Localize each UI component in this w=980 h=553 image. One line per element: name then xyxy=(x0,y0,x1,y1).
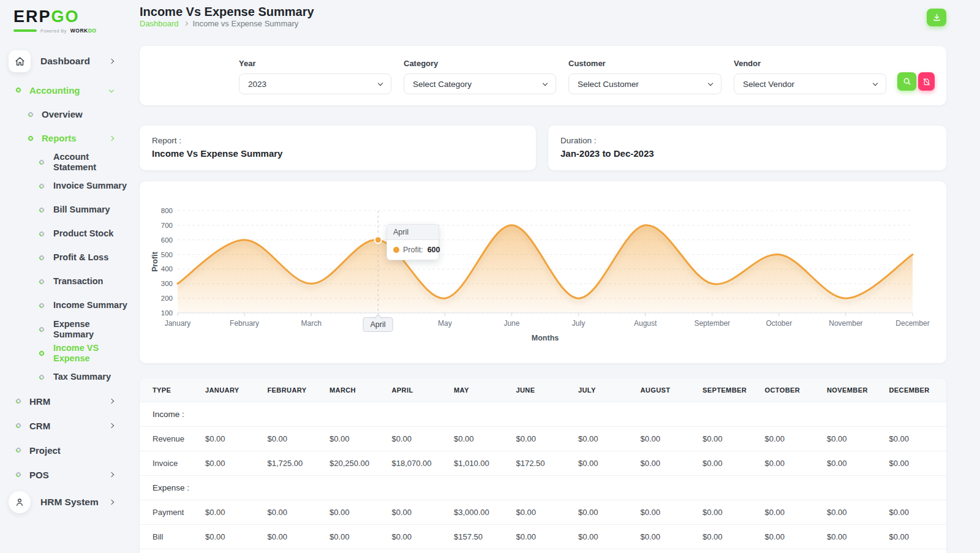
table-column-header: SEPTEMBER xyxy=(698,378,760,402)
overview-bullet-icon xyxy=(27,111,34,118)
chevron-down-icon xyxy=(378,81,383,86)
table-cell: $0.00 xyxy=(387,525,450,549)
customer-select[interactable]: Select Customer xyxy=(568,73,722,94)
table-cell: $0.00 xyxy=(573,500,636,525)
x-axis-month-label: February xyxy=(230,319,259,328)
table-cell: $0.00 xyxy=(884,500,947,525)
x-axis-pointer-label: April xyxy=(363,317,393,332)
sidebar-item-income-summary[interactable]: Income Summary xyxy=(0,293,132,317)
table-cell: $0.00 xyxy=(325,500,387,525)
table-column-header: AUGUST xyxy=(636,378,698,402)
table-section-spacer xyxy=(200,402,946,427)
download-report-button[interactable] xyxy=(927,9,946,26)
brand-go-text: GO xyxy=(51,7,80,26)
filter-panel: Year 2023 Category Select Category Custo… xyxy=(140,46,946,105)
table-cell: $20,250.00 xyxy=(325,451,387,476)
pos-bullet-icon xyxy=(15,471,21,478)
table-cell: $0.00 xyxy=(263,427,325,451)
table-column-header: JANUARY xyxy=(200,378,263,402)
table-cell: $0.00 xyxy=(698,427,760,451)
table-cell: $18,070.00 xyxy=(387,451,450,476)
breadcrumb-separator-icon xyxy=(184,21,188,26)
sidebar-item-product-stock[interactable]: Product Stock xyxy=(0,222,132,246)
year-filter-label: Year xyxy=(239,59,391,68)
user-icon xyxy=(9,491,31,513)
breadcrumb-current: Income vs Expense Summary xyxy=(193,19,299,28)
income-expense-table: TYPEJANUARYFEBRUARYMARCHAPRILMAYJUNEJULY… xyxy=(140,378,946,549)
table-cell: $0.00 xyxy=(822,525,884,549)
sidebar: ERPGO Powered By WORKDO Dashboard Accoun… xyxy=(0,0,132,553)
x-axis-month-label: January xyxy=(165,319,191,328)
y-axis-tick-label: 600 xyxy=(161,236,173,244)
table-cell: $0.00 xyxy=(884,427,947,451)
reset-filter-button[interactable] xyxy=(918,72,935,91)
sidebar-item-crm[interactable]: CRM xyxy=(0,413,132,438)
duration-label: Duration : xyxy=(560,136,934,145)
profit-chart-card: 100200300400500600700800JanuaryFebruaryM… xyxy=(140,181,946,363)
sidebar-item-dashboard[interactable]: Dashboard xyxy=(0,47,132,75)
sidebar-item-account-statement[interactable]: Account Statement xyxy=(0,150,132,174)
table-section-row: Expense : xyxy=(140,476,946,500)
powered-by-text: Powered By xyxy=(40,29,67,33)
table-row: Revenue$0.00$0.00$0.00$0.00$0.00$0.00$0.… xyxy=(140,427,946,451)
table-cell: $0.00 xyxy=(325,525,387,549)
brand-logo: ERPGO Powered By WORKDO xyxy=(0,7,132,34)
category-select[interactable]: Select Category xyxy=(404,73,556,94)
x-axis-month-label: October xyxy=(766,319,792,328)
sidebar-item-profit-loss[interactable]: Profit & Loss xyxy=(0,246,132,269)
sidebar-item-overview[interactable]: Overview xyxy=(0,102,132,126)
x-axis-month-label: June xyxy=(503,319,519,328)
x-axis-month-label: August xyxy=(634,319,657,328)
table-cell: $0.00 xyxy=(636,451,698,476)
sidebar-item-bill-summary[interactable]: Bill Summary xyxy=(0,198,132,222)
duration-value: Jan-2023 to Dec-2023 xyxy=(560,148,934,159)
table-section-row: Income : xyxy=(140,402,946,427)
vendor-select[interactable]: Select Vendor xyxy=(734,73,886,94)
chart-tooltip-series-label: Profit: xyxy=(403,246,423,254)
brand-underline-bar xyxy=(13,29,37,32)
sidebar-item-pos[interactable]: POS xyxy=(0,462,132,487)
table-cell: $0.00 xyxy=(822,451,884,476)
table-column-header: FEBRUARY xyxy=(263,378,325,402)
sidebar-item-project[interactable]: Project xyxy=(0,438,132,462)
table-cell: $0.00 xyxy=(698,525,760,549)
hrm-bullet-icon xyxy=(15,397,21,404)
table-row: Invoice$0.00$1,725.00$20,250.00$18,070.0… xyxy=(140,451,946,476)
powered-brand-text: WORKDO xyxy=(70,28,97,34)
crm-bullet-icon xyxy=(15,422,21,429)
profit-chart-svg: 100200300400500600700800JanuaryFebruaryM… xyxy=(140,181,946,349)
table-cell: $0.00 xyxy=(698,451,760,476)
table-header-row: TYPEJANUARYFEBRUARYMARCHAPRILMAYJUNEJULY… xyxy=(140,378,946,402)
sidebar-item-hrm-system[interactable]: HRM System xyxy=(0,488,132,516)
sidebar-item-reports[interactable]: Reports xyxy=(0,126,132,150)
table-cell: $0.00 xyxy=(884,525,947,549)
sidebar-item-tax-summary[interactable]: Tax Summary xyxy=(0,365,132,389)
x-axis-month-label: November xyxy=(829,319,862,328)
sidebar-item-expense-summary[interactable]: Expense Summary xyxy=(0,317,132,341)
chart-marker xyxy=(375,236,382,243)
table-cell: $0.00 xyxy=(760,427,823,451)
table-row: Bill$0.00$0.00$0.00$0.00$157.50$0.00$0.0… xyxy=(140,525,946,549)
bullet-icon xyxy=(38,254,45,261)
year-select[interactable]: 2023 xyxy=(239,73,391,94)
table-cell: $0.00 xyxy=(511,525,574,549)
x-axis-month-label: December xyxy=(895,319,929,328)
sidebar-item-hrm[interactable]: HRM xyxy=(0,389,132,413)
table-cell: $0.00 xyxy=(511,427,574,451)
table-column-header: JUNE xyxy=(511,378,574,402)
chart-tooltip-title: April xyxy=(387,225,439,240)
table-cell: $0.00 xyxy=(200,525,263,549)
bullet-icon xyxy=(38,182,45,189)
table-column-header: APRIL xyxy=(387,378,450,402)
sidebar-item-invoice-summary[interactable]: Invoice Summary xyxy=(0,174,132,198)
table-cell: $0.00 xyxy=(573,451,636,476)
table-column-header: OCTOBER xyxy=(760,378,823,402)
apply-filter-button[interactable] xyxy=(897,72,916,91)
chevron-right-icon xyxy=(109,399,114,404)
table-row-type: Payment xyxy=(140,500,200,525)
sidebar-item-transaction[interactable]: Transaction xyxy=(0,269,132,293)
breadcrumb-dashboard-link[interactable]: Dashboard xyxy=(140,19,179,28)
sidebar-item-accounting[interactable]: Accounting xyxy=(0,78,132,102)
sidebar-item-income-vs-expense[interactable]: Income VS Expense xyxy=(0,341,132,365)
bullet-icon xyxy=(38,374,45,380)
